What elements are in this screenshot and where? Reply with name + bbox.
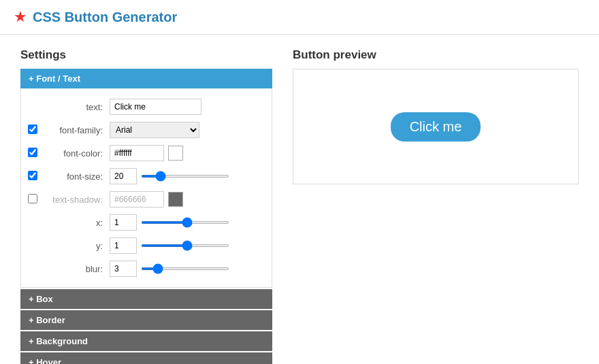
font-text-section: + Font / Text text: font-family: (20, 69, 272, 288)
main-layout: Settings + Font / Text text: (0, 35, 599, 364)
font-family-checkbox-wrap (28, 125, 42, 136)
font-color-input[interactable] (110, 145, 164, 161)
border-header[interactable]: + Border (20, 310, 272, 330)
shadow-y-slider[interactable] (141, 244, 229, 247)
text-shadow-color-swatch[interactable] (168, 192, 183, 207)
font-text-header[interactable]: + Font / Text (20, 69, 272, 88)
logo-star-icon: ★ (14, 8, 27, 26)
text-input[interactable] (110, 99, 201, 115)
font-color-swatch[interactable] (168, 146, 183, 161)
background-section: + Background (20, 331, 272, 351)
font-color-checkbox-wrap (28, 148, 42, 159)
shadow-blur-slider[interactable] (141, 267, 229, 270)
shadow-y-controls (110, 237, 265, 254)
font-text-content: text: font-family: Arial Verdana (20, 88, 272, 288)
shadow-y-row: y: (21, 234, 272, 257)
text-row: text: (21, 95, 272, 118)
shadow-x-slider[interactable] (141, 221, 229, 224)
font-family-select[interactable]: Arial Verdana Times New Roman Georgia Co… (110, 122, 199, 138)
font-size-slider[interactable] (141, 175, 229, 178)
font-family-checkbox[interactable] (28, 125, 37, 134)
settings-title: Settings (20, 48, 272, 62)
text-shadow-checkbox-wrap (28, 194, 42, 205)
shadow-blur-row: blur: (21, 257, 272, 280)
background-header[interactable]: + Background (20, 331, 272, 351)
shadow-blur-input[interactable] (110, 261, 137, 277)
box-section: + Box (20, 289, 272, 309)
font-color-checkbox[interactable] (28, 148, 37, 157)
text-shadow-controls (110, 191, 265, 208)
text-shadow-checkbox[interactable] (28, 194, 37, 203)
hover-header[interactable]: + Hover (20, 352, 272, 364)
font-family-controls: Arial Verdana Times New Roman Georgia Co… (110, 122, 265, 138)
font-color-row: font-color: (21, 142, 272, 165)
shadow-blur-label: blur: (42, 264, 110, 274)
hover-section: + Hover (20, 352, 272, 364)
border-section: + Border (20, 310, 272, 330)
preview-button[interactable]: Click me (391, 112, 481, 142)
text-label: text: (42, 102, 110, 112)
preview-title: Button preview (293, 48, 579, 62)
font-size-checkbox[interactable] (28, 171, 37, 180)
logo-text: CSS Button Generator (33, 10, 177, 25)
shadow-x-controls (110, 214, 265, 231)
shadow-y-label: y: (42, 241, 110, 251)
box-header[interactable]: + Box (20, 289, 272, 309)
font-size-label: font-size: (42, 171, 110, 182)
header: ★ CSS Button Generator (0, 0, 599, 35)
text-shadow-color-input[interactable] (110, 191, 164, 208)
font-color-controls (110, 145, 265, 161)
shadow-x-row: x: (21, 211, 272, 234)
shadow-y-input[interactable] (110, 237, 137, 254)
preview-box: Click me (293, 69, 579, 184)
font-color-label: font-color: (42, 148, 110, 159)
text-controls (110, 99, 265, 115)
font-size-controls (110, 168, 265, 184)
font-size-row: font-size: (21, 165, 272, 188)
font-size-checkbox-wrap (28, 171, 42, 182)
shadow-x-input[interactable] (110, 214, 137, 231)
settings-panel: Settings + Font / Text text: (20, 48, 272, 364)
font-size-input[interactable] (110, 168, 137, 184)
font-family-row: font-family: Arial Verdana Times New Rom… (21, 118, 272, 142)
text-shadow-label: text-shadow: (42, 195, 110, 205)
text-shadow-row: text-shadow: (21, 188, 272, 211)
font-family-label: font-family: (42, 125, 110, 135)
shadow-x-label: x: (42, 218, 110, 228)
preview-panel: Button preview Click me (293, 48, 579, 364)
shadow-blur-controls (110, 261, 265, 277)
